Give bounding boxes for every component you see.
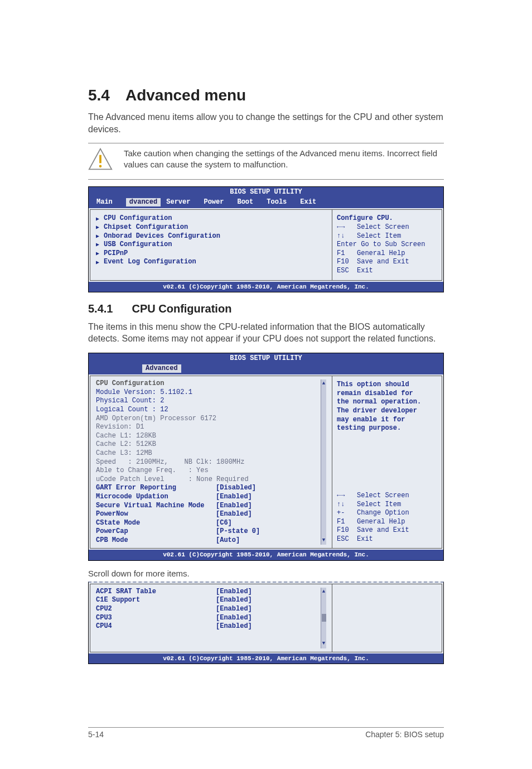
bios-footer: v02.61 (C)Copyright 1985-2010, American … [89,282,443,292]
bios-menu-list: ▶CPU Configuration▶Chipset Configuration… [90,209,332,280]
cpu-info-line: Cache L3: 12MB [96,449,321,458]
bios-help-panel: Configure CPU. ←→ Select Screen↑↓ Select… [332,209,442,280]
cpu-info-line: Logical Count : 12 [96,406,321,415]
setting-row[interactable]: PowerCap[P-state 0] [96,527,321,536]
setting-row[interactable]: CState Mode[C6] [96,519,321,528]
scroll-up-icon[interactable]: ▲ [322,381,325,387]
setting-value: [P-state 0] [216,527,260,536]
submenu-icon: ▶ [96,241,99,248]
setting-label: GART Error Reporting [96,484,216,493]
setting-row[interactable]: CPU3[Enabled] [96,614,321,623]
nav-key-line: F1 General Help [337,518,437,527]
setting-label: ACPI SRAT Table [96,588,216,597]
menu-item[interactable]: ▶Event Log Configuration [96,258,326,267]
setting-value: [Disabled] [216,484,256,493]
setting-row[interactable]: CPU2[Enabled] [96,605,321,614]
cpu-info-line: Module Version: 5.1102.1 [96,388,321,397]
tab-advanced: Advanced [142,364,181,373]
page-number: 5-14 [88,730,104,739]
setting-label: CPU3 [96,614,216,623]
bios-help-panel: This option shouldremain disabled forthe… [332,376,442,549]
submenu-icon: ▶ [96,224,99,231]
bios-cpu-config: BIOS SETUP UTILITY Advanced CPU Configur… [88,353,444,561]
setting-value: [Enabled] [216,510,252,519]
nav-key-line: ←→ Select Screen [337,223,437,232]
page-footer: 5-14 Chapter 5: BIOS setup [0,727,532,739]
setting-value: [Auto] [216,536,240,545]
scroll-down-note: Scroll down for more items. [88,569,444,578]
menu-item-label: PCIPnP [104,249,128,258]
bios-tabs: Advanced [89,364,443,375]
tab-exit: Exit [300,198,324,207]
setting-label: C1E Support [96,596,216,605]
nav-key-line: ESC Exit [337,267,437,276]
menu-item[interactable]: ▶CPU Configuration [96,214,326,223]
tab-power: Power [204,198,231,207]
setting-value: [Enabled] [216,614,252,623]
bios-advanced-menu: BIOS SETUP UTILITY MaindvancedServerPowe… [88,186,444,292]
setting-row[interactable]: GART Error Reporting[Disabled] [96,484,321,493]
help-line: remain disabled for [337,390,437,398]
bios-nav-keys: ←→ Select Screen↑↓ Select ItemEnter Go t… [337,223,437,276]
setting-label: CPU2 [96,605,216,614]
bios-cpu-panel: CPU ConfigurationModule Version: 5.1102.… [90,376,332,549]
setting-value: [Enabled] [216,493,252,502]
scroll-thumb[interactable] [322,614,326,622]
bios-help-text: This option shouldremain disabled forthe… [337,381,437,433]
setting-label: PowerCap [96,527,216,536]
menu-item[interactable]: ▶Onborad Devices Configuration [96,232,326,241]
scroll-up-icon[interactable]: ▲ [322,589,325,595]
setting-row[interactable]: ACPI SRAT Table[Enabled] [96,588,321,597]
submenu-icon: ▶ [96,233,99,240]
cpu-info-line: Speed : 2100MHz, NB Clk: 1800MHz [96,458,321,467]
menu-item[interactable]: ▶Chipset Configuration [96,223,326,232]
setting-value: [Enabled] [216,622,252,631]
caution-icon [88,147,113,174]
scrollbar[interactable]: ▲ ▼ [321,379,326,545]
setting-value: [C6] [216,519,232,528]
menu-item[interactable]: ▶USB Configuration [96,241,326,249]
scrollbar[interactable]: ▲ ▼ [321,588,326,648]
tab-server: Server [166,198,198,207]
setting-label: Secure Virtual Machine Mode [96,502,216,511]
section-intro: The Advanced menu items allow you to cha… [88,111,444,135]
chapter-label: Chapter 5: BIOS setup [365,730,444,739]
bios-title: BIOS SETUP UTILITY [89,353,443,364]
setting-row[interactable]: C1E Support[Enabled] [96,596,321,605]
nav-key-line: Enter Go to Sub Screen [337,241,437,249]
setting-row[interactable]: CPU4[Enabled] [96,622,321,631]
nav-key-line: F10 Save and Exit [337,258,437,267]
cpu-info-line: uCode Patch Level : None Required [96,475,321,484]
setting-label: CPB Mode [96,536,216,545]
nav-key-line: F10 Save and Exit [337,526,437,535]
subsection-title: CPU Configuration [132,302,231,315]
setting-row[interactable]: Microcode Updation[Enabled] [96,493,321,502]
setting-row[interactable]: PowerNow[Enabled] [96,510,321,519]
help-line: The driver developer [337,407,437,416]
scroll-down-icon[interactable]: ▼ [322,641,325,647]
bios-cpu-config-scrolled: ACPI SRAT Table[Enabled]C1E Support[Enab… [88,581,444,664]
caution-note: Take caution when changing the settings … [88,143,444,180]
help-line: This option should [337,381,437,390]
menu-item-label: CPU Configuration [104,214,172,223]
setting-row[interactable]: CPB Mode[Auto] [96,536,321,545]
nav-key-line: +- Change Option [337,509,437,518]
nav-key-line: ↑↓ Select Item [337,501,437,510]
menu-item-label: Onborad Devices Configuration [104,232,220,241]
setting-value: [Enabled] [216,502,252,511]
cpu-info-line: AMD Opteron(tm) Processor 6172 [96,415,321,424]
bios-title: BIOS SETUP UTILITY [89,187,443,198]
setting-row[interactable]: Secure Virtual Machine Mode[Enabled] [96,502,321,511]
subsection-number: 5.4.1 [88,302,113,315]
submenu-icon: ▶ [96,215,99,223]
setting-label: CPU4 [96,622,216,631]
menu-item-label: USB Configuration [104,241,172,249]
nav-key-line: ←→ Select Screen [337,492,437,501]
tab-boot: Boot [237,198,261,207]
cpu-info-line: Able to Change Freq. : Yes [96,467,321,475]
panel-heading: CPU Configuration [96,379,321,388]
subsection-heading: 5.4.1CPU Configuration [88,302,444,315]
menu-item[interactable]: ▶PCIPnP [96,249,326,258]
scroll-down-icon[interactable]: ▼ [322,537,325,544]
setting-label: CState Mode [96,519,216,528]
